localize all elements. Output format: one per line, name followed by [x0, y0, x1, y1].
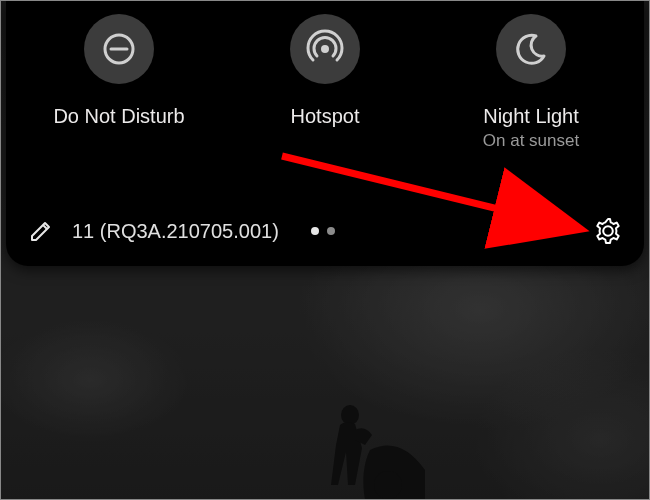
tile-label: Do Not Disturb	[53, 104, 184, 129]
edit-button[interactable]	[28, 218, 54, 244]
quick-settings-panel: Do Not Disturb Hotspot Night Light On at…	[6, 0, 644, 266]
quick-settings-tiles-row: Do Not Disturb Hotspot Night Light On at…	[6, 0, 644, 151]
gear-icon	[594, 217, 622, 245]
svg-point-4	[321, 45, 329, 53]
tile-label: Night Light	[483, 104, 579, 129]
hotspot-icon	[290, 14, 360, 84]
dnd-icon	[84, 14, 154, 84]
tile-night-light[interactable]: Night Light On at sunset	[436, 14, 626, 151]
night-light-icon	[496, 14, 566, 84]
tile-sublabel: On at sunset	[483, 131, 579, 151]
page-dot-active	[311, 227, 319, 235]
build-number-text: 11 (RQ3A.210705.001)	[72, 220, 279, 243]
page-dot	[327, 227, 335, 235]
settings-button[interactable]	[594, 217, 622, 245]
tile-label: Hotspot	[291, 104, 360, 129]
pencil-icon	[28, 218, 54, 244]
tile-do-not-disturb[interactable]: Do Not Disturb	[24, 14, 214, 129]
quick-settings-footer: 11 (RQ3A.210705.001)	[6, 204, 644, 266]
page-indicator[interactable]	[311, 227, 335, 235]
tile-hotspot[interactable]: Hotspot	[230, 14, 420, 129]
